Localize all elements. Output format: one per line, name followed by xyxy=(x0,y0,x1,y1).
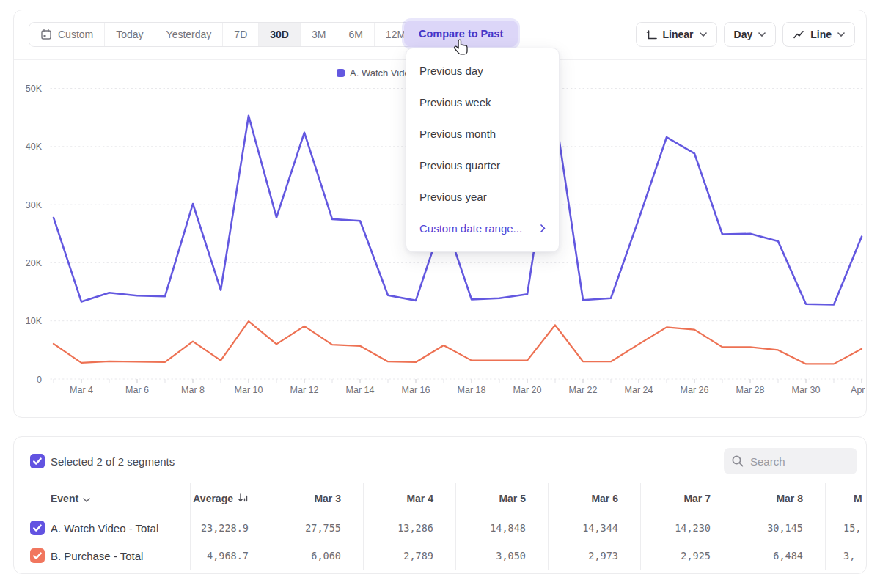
value-cell: 14,344 xyxy=(548,514,640,542)
range-label: 3M xyxy=(312,29,326,40)
segments-header: Selected 2 of 2 segments xyxy=(14,437,866,483)
y-axis-label-40K: 40K xyxy=(26,142,43,152)
segments-table: EventAverageMar 3Mar 4Mar 5Mar 6Mar 7Mar… xyxy=(14,483,867,570)
menu-item-custom-date-range[interactable]: Custom date range... xyxy=(406,213,559,244)
range-label: Today xyxy=(116,29,143,40)
date-range-group: CustomTodayYesterday7D30D3M6M12M xyxy=(29,22,417,47)
menu-item-previous-year[interactable]: Previous year xyxy=(406,181,559,213)
menu-item-previous-day[interactable]: Previous day xyxy=(406,55,559,87)
value-cell: 6,484 xyxy=(733,542,825,570)
column-header-mar-4[interactable]: Mar 4 xyxy=(363,483,455,514)
interval-button[interactable]: Day xyxy=(724,22,777,47)
value-cell: 2,925 xyxy=(640,542,733,570)
range-label: 6M xyxy=(348,29,362,40)
column-header-label: Mar 7 xyxy=(683,493,711,504)
column-header-event[interactable]: Event xyxy=(14,483,190,514)
menu-item-previous-quarter[interactable]: Previous quarter xyxy=(406,150,559,181)
range-button-yesterday[interactable]: Yesterday xyxy=(155,23,224,46)
column-header-label: Mar 5 xyxy=(499,493,526,504)
value-cell: 6,060 xyxy=(271,542,363,570)
column-header-average[interactable]: Average xyxy=(190,483,271,514)
interval-label: Day xyxy=(734,29,753,40)
range-label: 7D xyxy=(234,29,247,40)
column-header-text: Mar 3 xyxy=(314,493,341,504)
value-cell: 14,848 xyxy=(455,514,548,542)
search-icon xyxy=(731,455,744,468)
event-label: A. Watch Video - Total xyxy=(51,522,158,534)
value-cell: 3, xyxy=(825,542,867,570)
chevron-down-icon xyxy=(837,32,845,37)
x-axis-label-Mar-22: Mar 22 xyxy=(569,385,598,395)
column-header-text: Mar 8 xyxy=(776,493,803,504)
row-checkbox-watch-video[interactable] xyxy=(30,521,45,535)
column-header-label: M xyxy=(854,493,862,504)
range-button-3m[interactable]: 3M xyxy=(301,23,337,46)
range-button-6m[interactable]: 6M xyxy=(337,23,374,46)
range-label: 30D xyxy=(270,29,289,40)
column-header-mar-8[interactable]: Mar 8 xyxy=(733,483,825,514)
event-cell: A. Watch Video - Total xyxy=(14,514,190,542)
x-axis-label-Mar-6: Mar 6 xyxy=(125,385,149,395)
series-line-b-purchase xyxy=(54,321,862,364)
value-cell: 13,286 xyxy=(363,514,455,542)
scale-button[interactable]: Linear xyxy=(636,22,717,47)
linear-scale-icon xyxy=(646,29,657,40)
compare-to-past-button[interactable]: Compare to Past xyxy=(404,21,518,47)
range-label: 12M xyxy=(386,29,406,40)
chart-card: CustomTodayYesterday7D30D3M6M12M Compare… xyxy=(13,10,867,418)
range-button-7d[interactable]: 7D xyxy=(223,23,259,46)
column-header-text: Mar 7 xyxy=(683,493,711,504)
row-checkbox-purchase[interactable] xyxy=(30,548,45,563)
y-axis-label-10K: 10K xyxy=(26,316,43,326)
legend-swatch-watch-video xyxy=(337,69,345,77)
column-header-mar-5[interactable]: Mar 5 xyxy=(455,483,548,514)
event-label: B. Purchase - Total xyxy=(51,550,143,562)
y-axis-label-30K: 30K xyxy=(26,200,43,210)
column-header-mar-6[interactable]: Mar 6 xyxy=(548,483,640,514)
x-axis-label-Mar-28: Mar 28 xyxy=(736,385,765,395)
menu-item-previous-week[interactable]: Previous week xyxy=(406,87,559,118)
x-axis-label-Mar-16: Mar 16 xyxy=(402,385,430,395)
search-input[interactable] xyxy=(750,455,846,468)
column-header-text: Mar 6 xyxy=(591,493,618,504)
column-header-text: Mar 4 xyxy=(406,493,433,504)
x-axis-label-Mar-30: Mar 30 xyxy=(792,385,821,395)
range-label: Yesterday xyxy=(166,29,212,40)
range-button-30d[interactable]: 30D xyxy=(259,23,301,46)
x-axis-label-Mar-14: Mar 14 xyxy=(346,385,375,395)
value-cell: 4,968.7 xyxy=(190,542,271,570)
column-header-mar-3[interactable]: Mar 3 xyxy=(271,483,363,514)
custom-date-range-label: Custom date range... xyxy=(419,222,522,235)
column-header-label: Mar 6 xyxy=(591,493,618,504)
scale-label: Linear xyxy=(663,29,694,40)
chart-type-button[interactable]: Line xyxy=(782,22,855,47)
value-cell: 2,973 xyxy=(548,542,640,570)
value-cell: 14,230 xyxy=(640,514,733,542)
range-button-today[interactable]: Today xyxy=(105,23,155,46)
value-cell: 3,050 xyxy=(455,542,548,570)
chart-legend[interactable]: A. Watch Video xyxy=(337,67,415,78)
line-chart-icon xyxy=(793,29,804,40)
search-box[interactable] xyxy=(724,448,857,474)
range-button-custom[interactable]: Custom xyxy=(29,23,105,46)
table-header-row: EventAverageMar 3Mar 4Mar 5Mar 6Mar 7Mar… xyxy=(14,483,867,514)
sort-icon xyxy=(238,493,249,505)
y-axis-label-0: 0 xyxy=(37,375,42,385)
chart-type-label: Line xyxy=(810,29,832,40)
x-axis-label-Mar-20: Mar 20 xyxy=(513,385,542,395)
x-axis-label-Mar-24: Mar 24 xyxy=(625,385,653,395)
column-header-mar-7[interactable]: Mar 7 xyxy=(640,483,733,514)
y-axis-label-20K: 20K xyxy=(26,258,43,268)
x-axis-label-Mar-4: Mar 4 xyxy=(70,385,93,395)
column-header-m[interactable]: M xyxy=(825,483,867,514)
column-header-text: Event xyxy=(51,493,78,504)
column-header-label: Average xyxy=(193,493,249,505)
x-axis-label-Mar-18: Mar 18 xyxy=(458,385,486,395)
x-axis-label-Mar-26: Mar 26 xyxy=(681,385,709,395)
menu-item-previous-month[interactable]: Previous month xyxy=(406,118,559,150)
value-cell: 30,145 xyxy=(733,514,825,542)
select-all-checkbox[interactable] xyxy=(30,454,45,468)
column-header-text: Mar 5 xyxy=(499,493,526,504)
y-axis-label-50K: 50K xyxy=(26,84,43,94)
column-header-label: Mar 3 xyxy=(314,493,341,504)
